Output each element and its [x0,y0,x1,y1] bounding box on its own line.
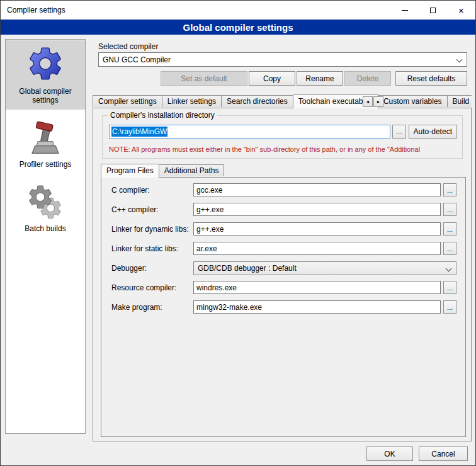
browse-install-dir-button[interactable]: ... [392,125,406,139]
maximize-button[interactable] [419,1,447,20]
sidebar: Global compiler settings Profiler settin… [5,39,86,434]
compiler-select-value: GNU GCC Compiler [103,55,171,64]
dynamic-linker-label: Linker for dynamic libs: [111,225,193,234]
titlebar: Compiler settings × [1,1,475,20]
toolchain-form: C compiler: ... C++ compiler: ... Linker… [101,183,465,314]
browse-static-linker-button[interactable]: ... [443,242,456,255]
window-title: Compiler settings [1,6,65,14]
batch-builds-icon [28,185,63,220]
cancel-button[interactable]: Cancel [419,446,468,461]
reset-defaults-button[interactable]: Reset defaults [395,71,467,86]
program-files-tabstrip: Program Files Additional Paths [101,164,224,178]
settings-tabstrip: Compiler settings Linker settings Search… [93,94,472,108]
static-linker-label: Linker for static libs: [111,244,193,253]
form-row-resource-compiler: Resource compiler: ... [111,281,456,294]
form-row-cpp-compiler: C++ compiler: ... [111,203,456,216]
compiler-settings-window: Compiler settings × Global compiler sett… [0,0,476,466]
browse-resource-compiler-button[interactable]: ... [443,281,456,294]
dialog-footer: OK Cancel [366,446,468,461]
program-files-panel: C compiler: ... C++ compiler: ... Linker… [101,177,466,437]
tab-compiler-settings[interactable]: Compiler settings [93,95,162,107]
copy-button[interactable]: Copy [249,71,295,86]
profiler-icon [28,121,63,156]
install-dir-input[interactable]: C:\raylib\MinGW [109,125,390,139]
sidebar-item-label: Global compiler settings [10,87,81,105]
sidebar-item-label: Profiler settings [10,160,81,169]
chevron-down-icon [456,57,463,63]
form-row-make-program: Make program: ... [111,300,456,314]
delete-button[interactable]: Delete [344,71,391,86]
debugger-select-value: GDB/CDB debugger : Default [198,264,297,273]
note-text: NOTE: All programs must exist either in … [109,145,460,153]
browse-cpp-compiler-button[interactable]: ... [443,203,456,216]
install-dir-selected-text: C:\raylib\MinGW [111,127,167,137]
form-row-debugger: Debugger: GDB/CDB debugger : Default [111,261,456,275]
toolchain-executables-panel: Compiler's installation directory C:\ray… [93,108,472,441]
cpp-compiler-label: C++ compiler: [111,205,193,214]
tab-scroll-right-button[interactable]: ► [373,96,383,107]
auto-detect-button[interactable]: Auto-detect [409,125,457,139]
tab-additional-paths[interactable]: Additional Paths [159,164,225,176]
debugger-label: Debugger: [111,264,193,273]
sidebar-item-global-compiler-settings[interactable]: Global compiler settings [6,40,85,110]
close-icon: × [458,6,464,15]
c-compiler-input[interactable] [193,183,441,196]
c-compiler-label: C compiler: [111,186,193,195]
cpp-compiler-input[interactable] [193,203,441,216]
form-row-dynamic-linker: Linker for dynamic libs: ... [111,222,456,236]
chevron-down-icon [446,265,452,271]
resource-compiler-label: Resource compiler: [111,283,193,292]
tab-scroll-buttons: ◄ ► [362,96,383,107]
gear-icon [26,44,65,83]
tab-custom-variables[interactable]: Custom variables [378,95,448,107]
make-program-label: Make program: [111,303,193,312]
compiler-select[interactable]: GNU GCC Compiler [98,52,467,67]
page-title: Global compiler settings [1,20,475,35]
install-dir-row: C:\raylib\MinGW ... Auto-detect [109,125,457,139]
close-button[interactable]: × [447,1,475,20]
compiler-actions: Set as default Copy Rename Delete Reset … [98,71,467,86]
tab-scroll-left-button[interactable]: ◄ [363,96,373,107]
minimize-button[interactable] [390,1,419,20]
rename-button[interactable]: Rename [297,71,343,86]
dynamic-linker-input[interactable] [193,222,441,236]
maximize-icon [430,8,436,13]
sidebar-item-label: Batch builds [10,224,81,233]
tab-search-directories[interactable]: Search directories [221,95,293,107]
form-row-c-compiler: C compiler: ... [111,183,456,196]
tab-build-options[interactable]: Build [447,95,472,107]
set-as-default-button[interactable]: Set as default [161,71,247,86]
form-row-static-linker: Linker for static libs: ... [111,242,456,255]
browse-c-compiler-button[interactable]: ... [443,183,456,196]
debugger-select[interactable]: GDB/CDB debugger : Default [193,261,456,275]
tab-linker-settings[interactable]: Linker settings [162,95,222,107]
selected-compiler-label: Selected compiler [98,42,158,51]
browse-dynamic-linker-button[interactable]: ... [443,222,456,236]
sidebar-item-batch-builds[interactable]: Batch builds [6,181,85,238]
ok-button[interactable]: OK [366,446,413,461]
static-linker-input[interactable] [193,242,441,255]
window-controls: × [390,1,475,20]
groupbox-title: Compiler's installation directory [108,111,217,120]
install-dir-groupbox: Compiler's installation directory C:\ray… [102,115,463,159]
minimize-icon [402,10,408,11]
browse-make-program-button[interactable]: ... [443,300,456,314]
resource-compiler-input[interactable] [193,281,441,294]
sidebar-item-profiler-settings[interactable]: Profiler settings [6,117,85,174]
make-program-input[interactable] [193,300,441,314]
tab-program-files[interactable]: Program Files [101,164,159,178]
